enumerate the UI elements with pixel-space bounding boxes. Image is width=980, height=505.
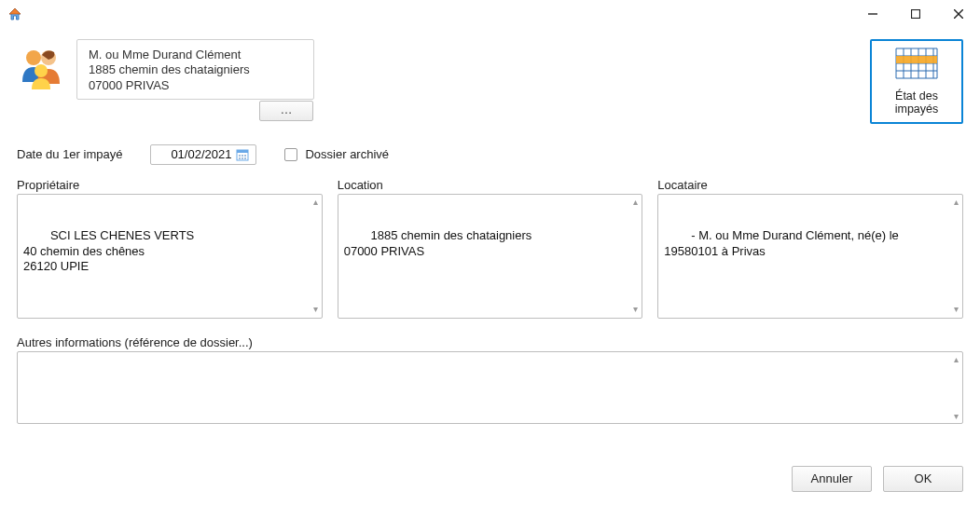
window-controls [851,0,980,28]
location-text: 1885 chemin des chataigniers 07000 PRIVA… [344,228,532,257]
location-textbox[interactable]: ▴ 1885 chemin des chataigniers 07000 PRI… [338,194,643,319]
address-card: M. ou Mme Durand Clément 1885 chemin des… [76,39,314,100]
date-label: Date du 1er impayé [17,147,122,161]
date-input[interactable] [151,147,233,161]
locataire-label: Locataire [657,178,963,192]
checkbox-box[interactable] [284,148,297,161]
scroll-down-icon[interactable]: ▾ [954,411,959,421]
svg-rect-22 [896,56,937,63]
svg-point-29 [242,157,244,159]
locataire-textbox[interactable]: ▴ - M. ou Mme Durand Clément, né(e) le 1… [657,194,963,319]
svg-point-26 [242,155,244,157]
maximize-button[interactable] [894,0,937,28]
archive-label: Dossier archivé [305,147,389,161]
locataire-text: - M. ou Mme Durand Clément, né(e) le 195… [664,228,902,257]
scroll-down-icon[interactable]: ▾ [633,304,638,316]
proprietaire-label: Propriétaire [17,178,323,192]
ok-button[interactable]: OK [883,466,963,492]
address-line-2: 1885 chemin des chataigniers [89,62,302,77]
close-button[interactable] [937,0,980,28]
minimize-button[interactable] [851,0,894,28]
date-field[interactable] [150,144,256,165]
more-button[interactable]: … [259,101,313,121]
svg-point-30 [245,157,247,159]
calendar-grid-icon [894,47,939,84]
scroll-up-icon[interactable]: ▴ [313,197,318,209]
scroll-up-icon[interactable]: ▴ [954,197,959,209]
svg-marker-1 [9,8,21,14]
etat-label-2: impayés [876,103,958,116]
proprietaire-textbox[interactable]: ▴ SCI LES CHENES VERTS 40 chemin des chê… [17,194,323,319]
address-line-1: M. ou Mme Durand Clément [89,48,302,62]
svg-rect-24 [237,150,248,153]
svg-point-6 [26,50,41,65]
other-info-textbox[interactable]: ▴ ▾ [17,351,963,424]
proprietaire-text: SCI LES CHENES VERTS 40 chemin des chêne… [23,228,194,273]
scroll-down-icon[interactable]: ▾ [313,304,318,316]
svg-point-28 [240,157,242,159]
svg-point-27 [245,155,247,157]
scroll-up-icon[interactable]: ▴ [954,354,959,364]
home-icon [7,7,22,21]
archive-checkbox[interactable]: Dossier archivé [284,147,389,161]
svg-point-25 [240,155,242,157]
location-label: Location [338,178,643,192]
people-icon [17,43,65,91]
etat-label-1: État des [876,90,958,103]
calendar-icon[interactable] [233,145,252,164]
cancel-button[interactable]: Annuler [792,466,872,492]
other-info-label: Autres informations (référence de dossie… [17,335,963,349]
address-line-3: 07000 PRIVAS [89,78,302,93]
svg-point-8 [35,64,48,77]
scroll-down-icon[interactable]: ▾ [954,304,959,316]
scroll-up-icon[interactable]: ▴ [633,197,638,209]
titlebar [0,0,980,28]
etat-impayes-button[interactable]: État des impayés [870,39,963,124]
svg-rect-3 [912,9,920,18]
